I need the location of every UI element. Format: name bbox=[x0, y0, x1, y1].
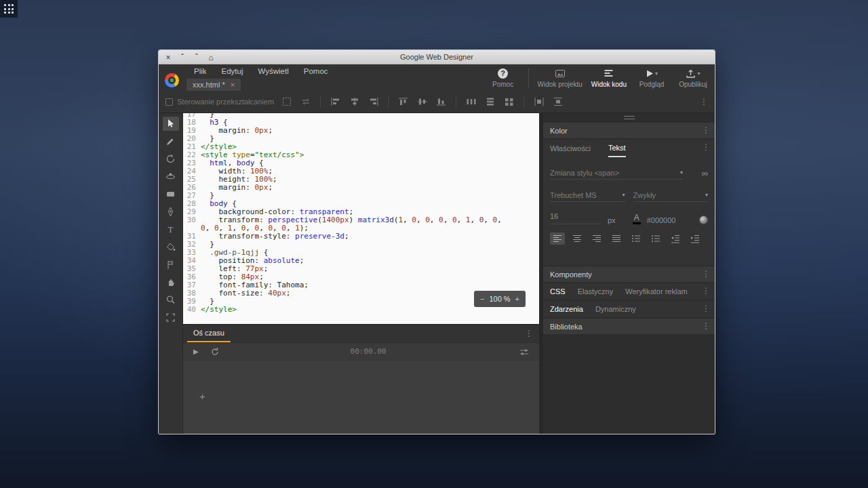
tab-css[interactable]: CSS bbox=[550, 287, 566, 296]
timeline-settings-icon[interactable] bbox=[519, 348, 529, 357]
space-vertical-icon[interactable] bbox=[551, 96, 564, 107]
close-tab-icon[interactable]: × bbox=[231, 81, 235, 89]
hand-tool-icon[interactable] bbox=[163, 275, 179, 289]
library-panel-header[interactable]: Biblioteka ⋮ bbox=[543, 319, 715, 334]
color-picker-icon[interactable] bbox=[699, 216, 708, 224]
editor-column: 17 }18 h3 {19 margin: 0px;20 }21</style>… bbox=[183, 113, 539, 434]
swap-orientation-icon[interactable] bbox=[299, 96, 312, 107]
app-launcher-icon[interactable] bbox=[0, 0, 18, 18]
color-panel-menu-icon[interactable]: ⋮ bbox=[702, 126, 710, 134]
align-text-right-button[interactable] bbox=[589, 232, 604, 245]
free-transform-icon[interactable] bbox=[280, 96, 293, 107]
align-top-icon[interactable] bbox=[397, 96, 410, 107]
distribute-vertical-icon[interactable] bbox=[484, 96, 496, 107]
code-editor[interactable]: 17 }18 h3 {19 margin: 0px;20 }21</style>… bbox=[183, 113, 539, 324]
tab-zdarzenia[interactable]: Zdarzenia bbox=[550, 305, 583, 313]
align-text-center-button[interactable] bbox=[570, 232, 585, 245]
justify-text-button[interactable] bbox=[609, 232, 624, 245]
menu-wyswietl[interactable]: Wyświetl bbox=[258, 67, 289, 75]
events-panel-menu-icon[interactable]: ⋮ bbox=[702, 304, 710, 312]
distribute-horizontal-icon[interactable] bbox=[465, 96, 477, 107]
design-view-button[interactable]: Widok projektu bbox=[538, 68, 583, 88]
timeline-track-area[interactable]: + bbox=[183, 361, 539, 434]
timeline-time: 00:00.00 bbox=[351, 347, 387, 356]
window-titlebar[interactable]: × ˇ ˆ ⌂ Google Web Designer bbox=[159, 50, 715, 64]
publish-button[interactable]: ▾ Opublikuj bbox=[677, 68, 709, 88]
shade-window-icon[interactable]: ˇ bbox=[178, 54, 186, 62]
align-bottom-icon[interactable] bbox=[435, 96, 448, 107]
rotate-3d-tool-icon[interactable] bbox=[163, 152, 179, 166]
gwd-window: × ˇ ˆ ⌂ Google Web Designer Plik Edytuj … bbox=[158, 49, 715, 434]
svg-text:T: T bbox=[168, 224, 174, 235]
font-size-input[interactable]: 16 bbox=[550, 212, 601, 224]
add-keyframe-button[interactable]: + bbox=[199, 390, 205, 402]
tab-dynamiczny[interactable]: Dynamiczny bbox=[595, 305, 636, 313]
code-lines: 17 }18 h3 {19 margin: 0px;20 }21</style>… bbox=[183, 113, 539, 314]
checkbox-icon bbox=[165, 98, 173, 106]
main-area: T 17 bbox=[159, 113, 715, 434]
menu-edytuj[interactable]: Edytuj bbox=[222, 67, 243, 75]
space-horizontal-icon[interactable] bbox=[532, 96, 545, 107]
zoom-tool-icon[interactable] bbox=[163, 293, 179, 307]
tools-panel: T bbox=[159, 113, 183, 434]
preview-button[interactable]: ▾ Podgląd bbox=[635, 68, 668, 88]
align-text-left-button[interactable] bbox=[550, 232, 565, 245]
font-family-dropdown[interactable]: Trebuchet MS ▾ bbox=[550, 188, 625, 202]
play-button[interactable]: ▶ bbox=[193, 348, 199, 355]
text-color-indicator[interactable]: A bbox=[633, 214, 641, 224]
link-style-icon[interactable]: ∞ bbox=[702, 169, 708, 178]
stage-rotate-tool-icon[interactable] bbox=[163, 258, 179, 272]
fit-view-icon[interactable] bbox=[163, 310, 179, 325]
style-selector-dropdown[interactable]: Zmiana stylu <span> ▾ bbox=[550, 166, 683, 180]
align-center-horizontal-icon[interactable] bbox=[348, 96, 361, 107]
close-window-icon[interactable]: × bbox=[164, 54, 172, 62]
paint-bucket-tool-icon[interactable] bbox=[163, 240, 179, 254]
text-tool-icon[interactable]: T bbox=[163, 222, 179, 237]
selection-tool-icon[interactable] bbox=[163, 117, 179, 131]
tab-weryfikator-reklam[interactable]: Weryfikator reklam bbox=[625, 287, 687, 296]
color-panel-header[interactable]: Kolor ⋮ bbox=[543, 123, 715, 138]
menu-pomoc[interactable]: Pomoc bbox=[304, 67, 328, 75]
tab-elastyczny[interactable]: Elastyczny bbox=[578, 287, 614, 296]
css-panel-menu-icon[interactable]: ⋮ bbox=[702, 287, 710, 295]
tab-tekst[interactable]: Tekst bbox=[608, 140, 626, 157]
transform-control-checkbox[interactable]: Sterowanie przekształcaniem bbox=[165, 98, 274, 106]
maximize-window-icon[interactable]: ˆ bbox=[193, 54, 201, 62]
tab-wlasciwosci[interactable]: Właściwości bbox=[550, 140, 591, 157]
unordered-list-button[interactable] bbox=[648, 232, 663, 245]
align-right-icon[interactable] bbox=[367, 96, 380, 107]
components-panel-menu-icon[interactable]: ⋮ bbox=[702, 270, 710, 278]
toolbar-overflow-icon[interactable]: ⋮ bbox=[700, 98, 708, 106]
font-style-dropdown[interactable]: Zwykły ▾ bbox=[633, 188, 709, 202]
css-panel-tabs: CSS Elastyczny Weryfikator reklam ⋮ bbox=[543, 283, 715, 300]
align-middle-icon[interactable] bbox=[416, 96, 429, 107]
menu-plik[interactable]: Plik bbox=[194, 67, 207, 75]
indent-button[interactable] bbox=[688, 232, 703, 245]
text-color-hex[interactable]: #000000 bbox=[647, 216, 676, 224]
style-selector-value: Zmiana stylu <span> bbox=[550, 169, 619, 177]
zoom-in-button[interactable]: + bbox=[515, 295, 519, 303]
tag-tool-icon[interactable] bbox=[163, 187, 179, 201]
library-panel-menu-icon[interactable]: ⋮ bbox=[702, 322, 710, 330]
panel-drag-handle[interactable] bbox=[624, 116, 635, 119]
timeline-tab[interactable]: Oś czasu bbox=[187, 325, 231, 342]
components-panel-header[interactable]: Komponenty ⋮ bbox=[543, 266, 715, 282]
code-view-button[interactable]: Widok kodu bbox=[591, 68, 627, 88]
align-left-icon[interactable] bbox=[329, 96, 342, 107]
style-row: Zmiana stylu <span> ▾ ∞ bbox=[543, 157, 715, 180]
keep-above-icon[interactable]: ⌂ bbox=[207, 54, 215, 62]
ordered-list-button[interactable] bbox=[629, 232, 644, 245]
desktop-background: × ˇ ˆ ⌂ Google Web Designer Plik Edytuj … bbox=[0, 0, 868, 488]
document-tab[interactable]: xxx.html * × bbox=[186, 79, 241, 91]
text-panel-menu-icon[interactable]: ⋮ bbox=[702, 143, 710, 151]
outdent-button[interactable] bbox=[668, 232, 683, 245]
brush-tool-icon[interactable] bbox=[163, 134, 179, 148]
help-button[interactable]: ? Pomoc bbox=[487, 68, 519, 88]
timeline-header: Oś czasu ⋮ bbox=[183, 325, 539, 342]
translate-3d-tool-icon[interactable] bbox=[163, 169, 179, 184]
timeline-menu-icon[interactable]: ⋮ bbox=[525, 329, 533, 338]
distribute-grid-icon[interactable] bbox=[502, 96, 515, 107]
zoom-out-button[interactable]: − bbox=[480, 295, 484, 303]
loop-button[interactable] bbox=[210, 347, 220, 356]
pen-tool-icon[interactable] bbox=[163, 205, 179, 219]
